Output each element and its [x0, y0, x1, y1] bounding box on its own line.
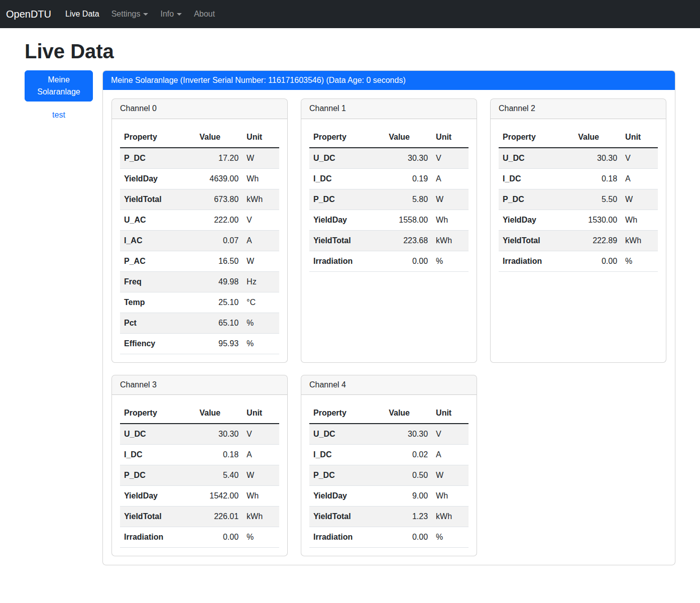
property-cell: YieldDay: [120, 168, 177, 189]
property-cell: U_DC: [499, 148, 556, 169]
unit-cell: W: [432, 465, 469, 486]
unit-cell: %: [432, 251, 469, 271]
value-cell: 222.00: [177, 210, 243, 230]
table-row: I_AC0.07A: [120, 230, 279, 251]
unit-cell: A: [432, 445, 469, 465]
column-header-property: Property: [309, 127, 367, 148]
property-cell: P_DC: [120, 148, 177, 169]
table-row: YieldTotal223.68kWh: [309, 230, 469, 251]
table-row: Irradiation0.00%: [120, 527, 279, 548]
channel-body: Property Value Unit U_DC30.30VI_DC0.18AP…: [491, 119, 666, 280]
channel-rows: U_DC30.30VI_DC0.02AP_DC0.50WYieldDay9.00…: [309, 424, 469, 548]
table-row: YieldDay1530.00Wh: [499, 210, 658, 230]
channel-title: Channel 3: [112, 375, 287, 395]
inverter-select-button[interactable]: Meine Solaranlage: [25, 70, 93, 102]
table-header-row: Property Value Unit: [120, 127, 279, 148]
inverter-sidebar: Meine Solaranlage test: [25, 70, 93, 120]
table-row: P_DC0.50W: [309, 465, 469, 486]
unit-cell: V: [432, 148, 469, 169]
test-inverter-link[interactable]: test: [25, 111, 93, 120]
channel-table: Property Value Unit P_DC17.20WYieldDay46…: [120, 127, 279, 354]
table-row: U_DC30.30V: [499, 148, 658, 169]
value-cell: 65.10: [177, 313, 243, 333]
property-cell: YieldDay: [499, 210, 556, 230]
value-cell: 0.19: [367, 168, 432, 189]
column-header-property: Property: [499, 127, 556, 148]
nav-item-settings-label: Settings: [111, 10, 141, 18]
property-cell: YieldDay: [120, 486, 177, 507]
unit-cell: Wh: [621, 210, 658, 230]
table-row: Freq49.98Hz: [120, 271, 279, 292]
channel-card: Channel 1 Property Value Unit U_DC30.30V…: [301, 98, 477, 362]
table-row: YieldDay9.00Wh: [309, 486, 469, 507]
unit-cell: A: [432, 168, 469, 189]
property-cell: YieldTotal: [309, 230, 367, 251]
column-header-unit: Unit: [621, 127, 658, 148]
value-cell: 49.98: [177, 271, 243, 292]
value-cell: 0.18: [556, 168, 621, 189]
value-cell: 95.93: [177, 333, 243, 354]
property-cell: YieldTotal: [499, 230, 556, 251]
table-row: YieldDay1542.00Wh: [120, 486, 279, 507]
table-row: P_AC16.50W: [120, 251, 279, 271]
property-cell: I_DC: [120, 445, 177, 465]
value-cell: 0.00: [367, 527, 432, 548]
unit-cell: kWh: [432, 507, 469, 527]
property-cell: I_DC: [499, 168, 556, 189]
channel-title: Channel 4: [301, 375, 477, 395]
unit-cell: Wh: [432, 486, 469, 507]
table-row: YieldTotal226.01kWh: [120, 507, 279, 527]
property-cell: P_DC: [499, 189, 556, 210]
value-cell: 17.20: [177, 148, 243, 169]
inverter-card: Meine Solaranlage (Inverter Serial Numbe…: [102, 70, 675, 565]
table-row: I_DC0.18A: [120, 445, 279, 465]
unit-cell: %: [243, 527, 279, 548]
column-header-value: Value: [177, 127, 243, 148]
nav-item-about[interactable]: About: [188, 6, 221, 23]
channel-body: Property Value Unit U_DC30.30VI_DC0.18AP…: [112, 395, 287, 556]
table-row: YieldDay4639.00Wh: [120, 168, 279, 189]
property-cell: YieldTotal: [120, 189, 177, 210]
nav-item-info[interactable]: Info: [154, 6, 188, 23]
property-cell: U_DC: [309, 148, 367, 169]
brand-logo[interactable]: OpenDTU: [6, 9, 51, 20]
unit-cell: Wh: [243, 168, 279, 189]
property-cell: YieldDay: [309, 486, 367, 507]
property-cell: U_DC: [309, 424, 367, 445]
value-cell: 30.30: [556, 148, 621, 169]
property-cell: I_DC: [309, 445, 367, 465]
value-cell: 30.30: [177, 424, 243, 445]
table-header-row: Property Value Unit: [309, 403, 469, 424]
table-row: YieldDay1558.00Wh: [309, 210, 469, 230]
table-row: Irradiation0.00%: [499, 251, 658, 271]
channel-rows: P_DC17.20WYieldDay4639.00WhYieldTotal673…: [120, 148, 279, 354]
channel-table: Property Value Unit U_DC30.30VI_DC0.18AP…: [120, 403, 279, 548]
property-cell: Effiency: [120, 333, 177, 354]
unit-cell: A: [243, 230, 279, 251]
value-cell: 5.50: [556, 189, 621, 210]
unit-cell: V: [621, 148, 658, 169]
table-row: Temp25.10°C: [120, 292, 279, 313]
unit-cell: V: [432, 424, 469, 445]
property-cell: Irradiation: [309, 527, 367, 548]
table-row: YieldTotal1.23kWh: [309, 507, 469, 527]
channel-rows: U_DC30.30VI_DC0.18AP_DC5.50WYieldDay1530…: [499, 148, 658, 272]
table-row: P_DC5.40W: [120, 465, 279, 486]
nav-item-live-data[interactable]: Live Data: [59, 6, 105, 23]
property-cell: I_DC: [309, 168, 367, 189]
unit-cell: A: [621, 168, 658, 189]
channel-card: Channel 4 Property Value Unit U_DC30.30V…: [301, 375, 477, 556]
value-cell: 1.23: [367, 507, 432, 527]
property-cell: Pct: [120, 313, 177, 333]
property-cell: YieldTotal: [309, 507, 367, 527]
channel-table: Property Value Unit U_DC30.30VI_DC0.02AP…: [309, 403, 469, 548]
table-row: Irradiation0.00%: [309, 251, 469, 271]
channel-body: Property Value Unit U_DC30.30VI_DC0.19AP…: [301, 119, 477, 280]
property-cell: P_AC: [120, 251, 177, 271]
value-cell: 5.80: [367, 189, 432, 210]
channel-table: Property Value Unit U_DC30.30VI_DC0.19AP…: [309, 127, 469, 272]
table-row: P_DC5.50W: [499, 189, 658, 210]
unit-cell: V: [243, 210, 279, 230]
nav-item-settings[interactable]: Settings: [105, 6, 155, 23]
table-header-row: Property Value Unit: [499, 127, 658, 148]
